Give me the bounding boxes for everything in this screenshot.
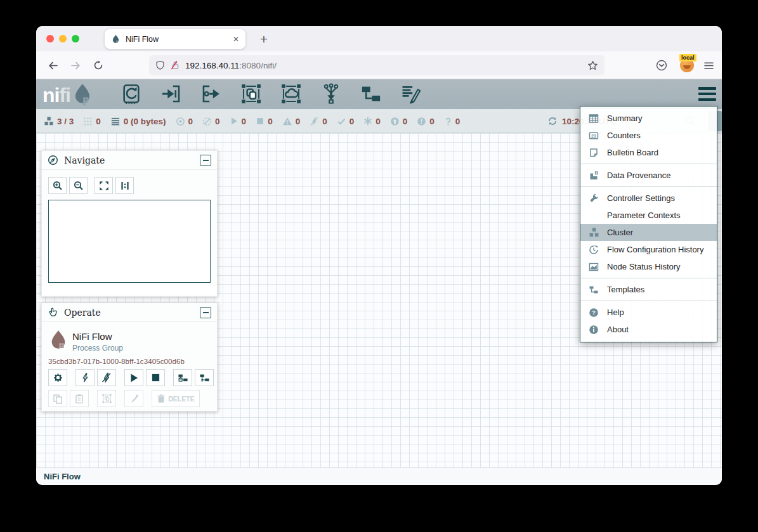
stop-button[interactable]: [146, 369, 165, 386]
navigate-panel: Navigate: [41, 150, 218, 297]
breadcrumb[interactable]: NiFi Flow: [44, 472, 81, 481]
url-path: :8080/nifi/: [239, 61, 277, 70]
menu-divider: [580, 164, 717, 164]
data-provenance-icon: [587, 171, 600, 181]
delete-label: DELETE: [168, 395, 194, 403]
nifi-drop-logo-icon: [72, 82, 93, 107]
compass-icon: [48, 155, 58, 165]
copy-button[interactable]: [48, 390, 67, 407]
breadcrumb-bar: NiFi Flow: [36, 467, 722, 485]
paste-button[interactable]: [70, 390, 89, 407]
running-count: 0: [242, 117, 247, 126]
bookmark-star-icon[interactable]: [587, 60, 598, 71]
url-bar[interactable]: 192.168.40.11:8080/nifi/: [149, 55, 604, 75]
menu-item-controller-settings[interactable]: Controller Settings: [580, 190, 717, 207]
forward-icon[interactable]: [67, 56, 84, 74]
nifi-logo-text: ni: [42, 84, 59, 107]
menu-item-flow-configuration-history[interactable]: Flow Configuration History: [580, 241, 717, 258]
remote-process-group-icon[interactable]: [280, 82, 303, 105]
sync-failure-count: 0: [455, 117, 461, 126]
nifi-logo: nifi: [42, 82, 93, 107]
svg-text:?: ?: [592, 309, 596, 316]
birdseye-map[interactable]: [48, 200, 211, 283]
nifi-global-menu-icon[interactable]: [698, 86, 716, 102]
about-icon: [587, 325, 600, 335]
enable-button[interactable]: [75, 369, 95, 386]
birdseye-brush[interactable]: [42, 286, 217, 294]
refresh-icon[interactable]: [547, 116, 558, 126]
menu-item-counters[interactable]: 23 Counters: [580, 127, 717, 144]
disabled-count: 0: [322, 117, 327, 126]
zoom-out-button[interactable]: [69, 177, 88, 194]
close-tab-icon[interactable]: ✕: [233, 35, 239, 44]
invalid-count: 0: [296, 117, 301, 126]
help-icon: ?: [587, 308, 600, 318]
template-icon[interactable]: [360, 82, 382, 105]
browser-window: NiFi Flow ✕ + 192.168.40.11:8080/nifi/ l…: [36, 26, 722, 485]
active-threads-icon: [83, 117, 93, 126]
collapse-operate-button[interactable]: [200, 307, 211, 318]
templates-icon: [587, 285, 600, 295]
color-button[interactable]: [124, 390, 143, 407]
cluster-icon: [587, 227, 600, 238]
summary-icon: [587, 114, 600, 124]
process-group-icon[interactable]: [240, 82, 263, 105]
stale-count: 0: [403, 117, 408, 126]
pocket-icon[interactable]: [653, 56, 670, 74]
stopped-icon: [256, 117, 265, 126]
close-window-button[interactable]: [46, 35, 54, 42]
browser-menu-icon[interactable]: [700, 56, 717, 74]
bulletin-board-icon: [587, 148, 600, 158]
locally-modified-count: 0: [376, 117, 381, 126]
start-button[interactable]: [124, 369, 143, 386]
locally-modified-icon: [363, 117, 372, 126]
hand-icon: [48, 307, 58, 318]
shield-icon[interactable]: [155, 60, 165, 70]
disable-button[interactable]: [97, 369, 116, 386]
connected-nodes-count: 3 / 3: [57, 117, 74, 126]
reload-icon[interactable]: [89, 56, 107, 74]
funnel-icon[interactable]: [320, 82, 343, 105]
trash-icon: [157, 394, 166, 403]
not-transmitting-icon: [202, 117, 212, 126]
insecure-lock-icon[interactable]: [171, 60, 180, 70]
save-template-icon[interactable]: [173, 369, 192, 386]
url-text[interactable]: 192.168.40.11:8080/nifi/: [185, 61, 587, 70]
menu-divider: [580, 186, 717, 187]
back-icon[interactable]: [44, 56, 62, 74]
new-tab-button[interactable]: +: [254, 29, 273, 49]
delete-button[interactable]: DELETE: [152, 390, 200, 407]
label-icon[interactable]: [400, 82, 422, 105]
output-port-icon[interactable]: [200, 82, 223, 105]
menu-item-templates[interactable]: Templates: [580, 281, 717, 298]
selected-flow-name: NiFi Flow: [72, 331, 112, 342]
input-port-icon[interactable]: [160, 82, 183, 105]
zoom-actual-size-button[interactable]: [115, 177, 134, 194]
menu-item-help[interactable]: ? Help: [580, 304, 717, 321]
svg-text:23: 23: [591, 133, 596, 138]
profile-avatar[interactable]: local: [679, 56, 696, 74]
zoom-in-button[interactable]: [48, 177, 67, 194]
queued-icon: [110, 117, 121, 126]
upload-template-icon[interactable]: [195, 369, 214, 386]
group-button[interactable]: [97, 390, 116, 407]
menu-item-parameter-contexts[interactable]: Parameter Contexts: [580, 207, 717, 224]
zoom-window-button[interactable]: [72, 35, 79, 42]
menu-item-summary[interactable]: Summary: [580, 110, 717, 127]
zoom-fit-button[interactable]: [95, 177, 113, 194]
menu-item-bulletin-board[interactable]: Bulletin Board: [580, 144, 717, 161]
browser-nav-bar: 192.168.40.11:8080/nifi/ local: [36, 51, 722, 79]
flow-configuration-history-icon: [587, 245, 600, 255]
navigate-title: Navigate: [64, 155, 200, 165]
selected-flow-id[interactable]: 35cbd3b7-017b-1000-8bff-1c3405c00d6b: [48, 358, 185, 365]
menu-item-cluster[interactable]: Cluster: [580, 224, 717, 241]
browser-tab[interactable]: NiFi Flow ✕: [105, 29, 245, 49]
processor-icon[interactable]: [120, 82, 143, 105]
menu-item-node-status-history[interactable]: Node Status History: [580, 258, 717, 275]
menu-item-about[interactable]: About: [580, 321, 717, 338]
configure-button[interactable]: [48, 369, 67, 386]
minimize-window-button[interactable]: [59, 35, 67, 42]
profile-badge: local: [679, 54, 696, 62]
collapse-navigate-button[interactable]: [200, 155, 211, 166]
menu-item-data-provenance[interactable]: Data Provenance: [580, 167, 717, 184]
